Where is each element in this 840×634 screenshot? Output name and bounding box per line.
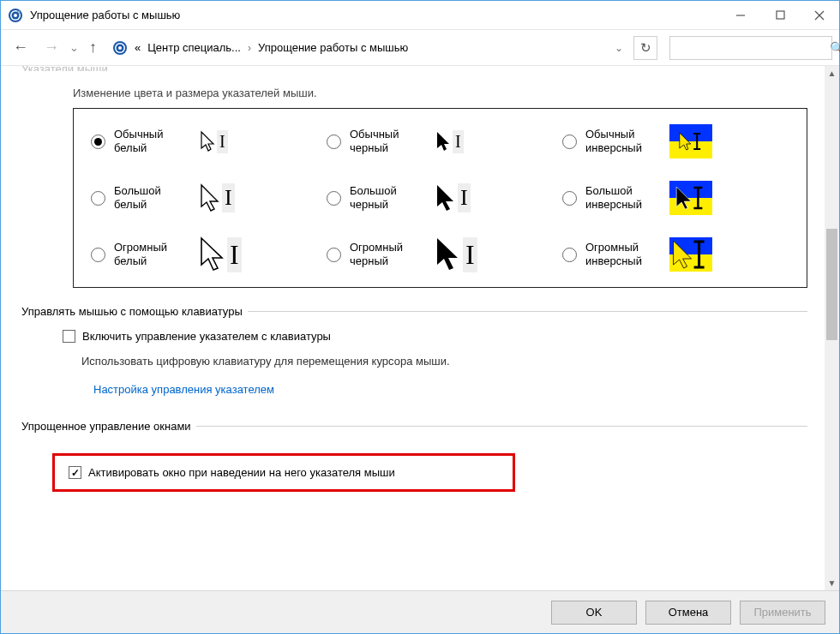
breadcrumb-item-2[interactable]: Упрощение работы с мышью (258, 41, 408, 54)
pointer-option-large-black[interactable]: Большой черный I (327, 181, 554, 215)
option-label: Огромный инверсный (585, 241, 661, 269)
svg-point-12 (118, 46, 122, 50)
svg-marker-21 (676, 187, 691, 209)
vertical-scrollbar[interactable]: ▲ ▼ (825, 66, 839, 590)
search-box[interactable]: 🔍 (669, 36, 832, 60)
link-mouse-keys-settings[interactable]: Настройка управления указателем (63, 368, 274, 396)
ok-button[interactable]: OK (551, 601, 637, 625)
search-input[interactable] (677, 40, 825, 55)
checkbox-activate-on-hover[interactable]: Активировать окно при наведении на него … (69, 466, 499, 479)
pointer-scheme-panel: Обычный белый I Обычный черный I (73, 108, 807, 288)
back-button[interactable]: ← (8, 37, 33, 58)
chevron-right-icon[interactable]: › (248, 42, 251, 54)
radio-large-inverting[interactable] (562, 191, 577, 206)
cursor-preview-icon: I (434, 124, 464, 158)
breadcrumb-prefix[interactable]: « (135, 41, 141, 54)
pointer-option-regular-white[interactable]: Обычный белый I (91, 124, 318, 158)
pointers-description: Изменение цвета и размера указателей мыш… (21, 87, 807, 99)
radio-xl-inverting[interactable] (562, 248, 577, 262)
checkbox-label: Активировать окно при наведении на него … (88, 466, 395, 479)
cursor-preview-icon: I (198, 124, 228, 158)
titlebar: Упрощение работы с мышью (1, 1, 839, 30)
forward-button[interactable]: → (39, 37, 64, 58)
cursor-preview-icon: I (198, 181, 235, 215)
radio-xl-black[interactable] (327, 248, 341, 262)
cursor-preview-icon (669, 124, 712, 158)
radio-regular-black[interactable] (327, 135, 341, 149)
history-dropdown[interactable]: ⌄ (69, 41, 79, 54)
checkbox-icon[interactable] (69, 466, 81, 479)
chevron-down-icon[interactable]: ⌄ (615, 42, 623, 54)
cursor-preview-icon: I (434, 237, 477, 272)
scroll-down-button[interactable]: ▼ (825, 576, 839, 590)
svg-marker-19 (201, 185, 218, 211)
svg-marker-14 (437, 132, 449, 151)
radio-regular-inverting[interactable] (562, 135, 577, 149)
checkbox-enable-mouse-keys[interactable]: Включить управление указателем с клавиат… (63, 330, 807, 343)
breadcrumb[interactable]: « Центр специаль... › Упрощение работы с… (107, 36, 628, 60)
svg-point-4 (18, 10, 21, 13)
section-legend: Упрощенное управление окнами (21, 420, 196, 433)
close-button[interactable] (800, 1, 839, 30)
svg-marker-25 (201, 238, 222, 270)
pointer-option-large-inverting[interactable]: Большой инверсный (562, 181, 789, 215)
svg-marker-26 (437, 238, 458, 270)
pointer-option-xl-inverting[interactable]: Огромный инверсный (562, 237, 789, 272)
dialog-button-bar: OK Отмена Применить (1, 590, 839, 633)
radio-large-black[interactable] (327, 191, 341, 206)
option-label: Большой черный (350, 184, 425, 212)
highlighted-option: Активировать окно при наведении на него … (52, 453, 515, 492)
hint-text: Использовать цифровую клавиатуру для пер… (63, 343, 807, 368)
maximize-button[interactable] (760, 1, 800, 30)
svg-marker-15 (680, 133, 691, 150)
pointer-option-regular-inverting[interactable]: Обычный инверсный (562, 124, 789, 158)
cancel-button[interactable]: Отмена (645, 601, 731, 625)
apply-button[interactable]: Применить (740, 601, 825, 625)
pointer-option-xl-white[interactable]: Огромный белый I (91, 237, 318, 272)
radio-xl-white[interactable] (91, 248, 105, 262)
option-label: Огромный черный (350, 241, 425, 269)
checkbox-label: Включить управление указателем с клавиат… (82, 330, 331, 343)
svg-point-3 (14, 14, 17, 17)
option-label: Обычный белый (114, 128, 189, 156)
search-icon[interactable]: 🔍 (830, 41, 840, 55)
option-label: Обычный инверсный (585, 128, 661, 156)
cursor-preview-icon (669, 237, 712, 272)
section-window-management: Упрощенное управление окнами Активироват… (21, 420, 807, 492)
svg-marker-20 (437, 185, 453, 211)
section-keyboard-control: Управлять мышью с помощью клавиатуры Вкл… (21, 305, 807, 396)
up-button[interactable]: ↑ (84, 37, 102, 58)
option-label: Большой белый (114, 184, 189, 212)
svg-rect-6 (777, 11, 784, 19)
navigation-bar: ← → ⌄ ↑ « Центр специаль... › Упрощение … (1, 30, 839, 66)
option-label: Большой инверсный (585, 184, 661, 212)
radio-regular-white[interactable] (91, 135, 105, 149)
cursor-preview-icon (669, 181, 712, 215)
control-panel-icon (8, 8, 23, 23)
section-legend: Управлять мышью с помощью клавиатуры (21, 305, 248, 318)
svg-marker-13 (201, 132, 213, 151)
cursor-preview-icon: I (434, 181, 471, 215)
window-title: Упрощение работы с мышью (30, 9, 180, 21)
breadcrumb-item-1[interactable]: Центр специаль... (147, 41, 241, 54)
cursor-preview-icon: I (198, 237, 242, 272)
option-label: Обычный черный (350, 128, 425, 156)
checkbox-icon[interactable] (63, 330, 75, 343)
scroll-thumb[interactable] (826, 229, 837, 340)
refresh-button[interactable]: ↻ (633, 36, 657, 60)
control-panel-small-icon (112, 40, 128, 56)
minimize-button[interactable] (721, 1, 760, 30)
main-content: Указатели мыши Изменение цвета и размера… (1, 66, 825, 590)
svg-marker-27 (674, 241, 692, 268)
pointer-option-large-white[interactable]: Большой белый I (91, 181, 318, 215)
section-heading-pointers: Указатели мыши (21, 66, 807, 71)
pointer-option-xl-black[interactable]: Огромный черный I (327, 237, 554, 272)
option-label: Огромный белый (114, 241, 189, 269)
pointer-option-regular-black[interactable]: Обычный черный I (327, 124, 554, 158)
scroll-up-button[interactable]: ▲ (825, 66, 839, 81)
radio-large-white[interactable] (91, 191, 105, 206)
